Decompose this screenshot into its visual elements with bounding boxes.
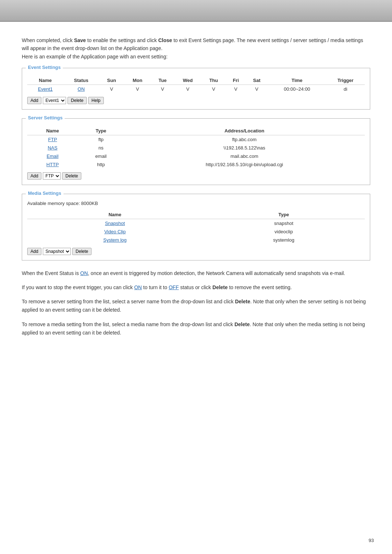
intro-text-pre: When completed, click [22, 37, 74, 43]
media-controls: Add Snapshot Delete [27, 248, 365, 255]
body-p2-pre: If you want to stop the event trigger, y… [22, 284, 134, 290]
media-delete-button[interactable]: Delete [72, 248, 91, 255]
server-row-address: mail.abc.com [124, 152, 365, 160]
event-row-status: ON [64, 85, 99, 94]
event-row-fri: V [226, 85, 246, 94]
server-row-type: ftp [78, 135, 124, 144]
col-sun: Sun [99, 76, 124, 85]
media-col-name: Name [27, 210, 203, 219]
media-row-type: systemlog [203, 236, 365, 244]
body-p2-mid: to turn it to [142, 284, 169, 290]
body-p1-post: , once an event is triggered by motion d… [88, 270, 345, 276]
server-col-type: Type [78, 127, 124, 135]
main-content: When completed, click Save to enable the… [0, 22, 392, 372]
col-name: Name [27, 76, 64, 85]
col-wed: Wed [174, 76, 201, 85]
event-row-mon: V [124, 85, 151, 94]
server-row-type: http [78, 160, 124, 169]
server-row-address: \\192.168.5.122\nas [124, 144, 365, 152]
body-paragraph-1: When the Event Status is ON, once an eve… [22, 269, 370, 278]
event-settings-legend: Event Settings [26, 65, 63, 70]
server-settings-table: Name Type Address/Location FTP ftp ftp.a… [27, 127, 365, 169]
body-p1-on-link[interactable]: ON [80, 270, 88, 276]
col-sat: Sat [246, 76, 268, 85]
save-word: Save [74, 37, 86, 43]
media-table-row: System log systemlog [27, 236, 365, 244]
media-col-type: Type [203, 210, 365, 219]
body-paragraph-3: To remove a server setting from the list… [22, 297, 370, 314]
col-mon: Mon [124, 76, 151, 85]
media-dropdown[interactable]: Snapshot [43, 248, 71, 255]
server-row-type: ns [78, 144, 124, 152]
media-settings-legend: Media Settings [26, 190, 64, 196]
event-delete-button[interactable]: Delete [68, 97, 87, 104]
media-add-button[interactable]: Add [27, 248, 41, 255]
event-help-button[interactable]: Help [88, 97, 104, 104]
event-row-time: 00:00~24:00 [268, 85, 326, 94]
event-row-sat: V [246, 85, 268, 94]
body-p1-pre: When the Event Status is [22, 270, 80, 276]
close-word: Close [158, 37, 172, 43]
server-row-name: HTTP [27, 160, 78, 169]
server-settings-box: Server Settings Name Type Address/Locati… [22, 118, 370, 185]
media-settings-table: Name Type Snapshot snapshot Video Clip v… [27, 210, 365, 244]
body-p3-delete: Delete [235, 299, 250, 304]
server-table-row: NAS ns \\192.168.5.122\nas [27, 144, 365, 152]
col-trigger: Trigger [326, 76, 365, 85]
intro-paragraph: When completed, click Save to enable the… [22, 36, 370, 61]
body-p4-delete: Delete [234, 321, 250, 327]
server-delete-button[interactable]: Delete [62, 172, 81, 180]
body-paragraph-2: If you want to stop the event trigger, y… [22, 283, 370, 292]
server-row-name: FTP [27, 135, 78, 144]
intro-text-mid: to enable the settings and click [86, 37, 158, 43]
server-add-button[interactable]: Add [27, 172, 41, 180]
server-col-name: Name [27, 127, 78, 135]
media-row-type: videoclip [203, 227, 365, 236]
page-number: 93 [369, 538, 374, 543]
available-memory: Available memory space: 8000KB [27, 201, 365, 206]
server-col-address: Address/Location [124, 127, 365, 135]
server-controls: Add FTP Delete [27, 172, 365, 180]
body-p2-off-link[interactable]: OFF [169, 284, 179, 290]
event-controls: Add Event1 Delete Help [27, 97, 365, 104]
server-table-row: Email email mail.abc.com [27, 152, 365, 160]
intro-example-line: Here is an example of the Application pa… [22, 54, 168, 59]
col-fri: Fri [226, 76, 246, 85]
media-table-row: Video Clip videoclip [27, 227, 365, 236]
media-table-row: Snapshot snapshot [27, 219, 365, 228]
event-row-trigger: di [326, 85, 365, 94]
server-row-type: email [78, 152, 124, 160]
event-row-wed: V [174, 85, 201, 94]
event-add-button[interactable]: Add [27, 97, 41, 104]
event-row-thu: V [201, 85, 226, 94]
media-row-name: Video Clip [27, 227, 203, 236]
media-row-type: snapshot [203, 219, 365, 228]
body-p2-post: status or click [179, 284, 213, 290]
server-row-name: NAS [27, 144, 78, 152]
event-row-sun: V [99, 85, 124, 94]
event-row-tue: V [151, 85, 174, 94]
event-dropdown[interactable]: Event1 [43, 97, 66, 104]
server-row-address: http://192.168.5.10/cgi-bin/upload.cgi [124, 160, 365, 169]
event-settings-table: Name Status Sun Mon Tue Wed Thu Fri Sat … [27, 76, 365, 93]
col-thu: Thu [201, 76, 226, 85]
event-settings-box: Event Settings Name Status Sun Mon Tue W… [22, 68, 370, 110]
media-row-name: Snapshot [27, 219, 203, 228]
body-p2-end: to remove the event setting. [228, 284, 292, 290]
col-status: Status [64, 76, 99, 85]
server-settings-legend: Server Settings [26, 115, 65, 120]
server-table-row: HTTP http http://192.168.5.10/cgi-bin/up… [27, 160, 365, 169]
col-tue: Tue [151, 76, 174, 85]
body-p2-delete: Delete [212, 284, 228, 290]
body-paragraph-4: To remove a media setting from the list,… [22, 320, 370, 337]
body-p2-on-link[interactable]: ON [134, 284, 142, 290]
top-bar [0, 0, 392, 22]
media-settings-box: Media Settings Available memory space: 8… [22, 194, 370, 260]
server-dropdown[interactable]: FTP [43, 172, 61, 180]
server-row-name: Email [27, 152, 78, 160]
server-table-row: FTP ftp ftp.abc.com [27, 135, 365, 144]
event-row-name: Event1 [27, 85, 64, 94]
server-row-address: ftp.abc.com [124, 135, 365, 144]
media-row-name: System log [27, 236, 203, 244]
col-time: Time [268, 76, 326, 85]
